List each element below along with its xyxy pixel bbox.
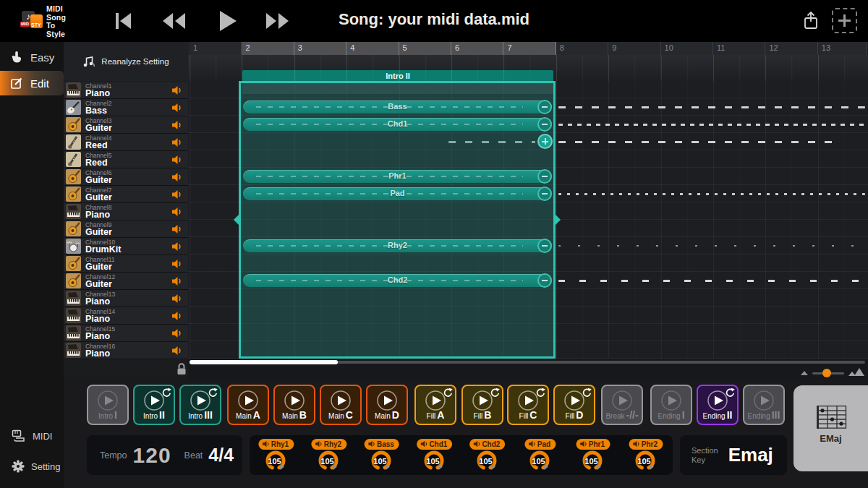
channel-row[interactable]: Channel4Reed [64, 134, 188, 151]
zoom-out-icon[interactable] [801, 371, 808, 375]
speaker-icon[interactable] [171, 346, 182, 356]
channel-row[interactable]: Channel11Guiter [64, 255, 188, 273]
volume-knob-rhy2[interactable]: 105 [318, 450, 341, 473]
tab-easy[interactable]: Easy [0, 45, 64, 69]
ruler-measure[interactable]: 6 [451, 42, 503, 55]
part-bar-bass[interactable]: Bass [243, 100, 552, 114]
tab-edit[interactable]: Edit [0, 71, 64, 95]
ruler-measure[interactable]: 10 [661, 42, 713, 55]
remove-part-button[interactable] [537, 169, 552, 184]
speaker-icon[interactable] [171, 155, 182, 165]
remove-part-button[interactable] [537, 273, 552, 288]
add-part-button[interactable] [537, 134, 553, 149]
ruler-measure[interactable]: 13 [818, 42, 867, 55]
channel-row[interactable]: Channel1Piano [64, 82, 188, 99]
reanalyze-setting-button[interactable]: Reanalyze Setting [64, 42, 188, 81]
part-mute-button-rhy1[interactable]: Rhy1 [258, 439, 294, 450]
track-row[interactable] [188, 307, 868, 324]
section-button-main-b[interactable]: MainB [273, 385, 315, 425]
section-button-ending-iii[interactable]: EndingIII [743, 385, 785, 425]
zoom-slider[interactable] [812, 372, 844, 374]
chord-panel[interactable]: EMaj [793, 385, 868, 471]
part-mute-button-rhy2[interactable]: Rhy2 [311, 439, 346, 450]
selection-left-handle[interactable] [234, 213, 240, 226]
ruler-measure[interactable]: 8 [556, 42, 608, 55]
part-mute-button-chd1[interactable]: Chd1 [417, 439, 453, 450]
speaker-icon[interactable] [171, 294, 182, 304]
section-button-ending-ii[interactable]: EndingII [697, 385, 739, 425]
add-song-button[interactable] [832, 8, 857, 33]
part-mute-button-phr1[interactable]: Phr1 [576, 439, 610, 450]
track-row[interactable] [188, 220, 868, 237]
track-row[interactable] [188, 150, 868, 168]
ruler-measure[interactable]: 3 [294, 42, 346, 55]
channel-row[interactable]: Channel6Guiter [64, 168, 188, 186]
share-button[interactable] [800, 10, 822, 32]
ruler-measure[interactable]: 11 [713, 42, 765, 55]
part-mute-button-pad[interactable]: Pad [524, 439, 556, 450]
speaker-icon[interactable] [171, 137, 182, 147]
channel-row[interactable]: Channel10DrumKit [64, 238, 188, 255]
channel-row[interactable]: Channel8Piano [64, 203, 188, 221]
channel-row[interactable]: Channel9Guiter [64, 221, 188, 238]
speaker-icon[interactable] [171, 189, 182, 200]
part-bar-phr1[interactable]: Phr1 [243, 170, 552, 183]
ruler-measure[interactable]: 9 [608, 42, 660, 55]
ruler-measure[interactable]: 2 [242, 42, 294, 55]
track-row[interactable] [188, 289, 868, 307]
sidebar-item-midi[interactable]: MIDI [0, 425, 64, 447]
fast-forward-button[interactable] [262, 9, 294, 33]
speaker-icon[interactable] [171, 120, 182, 130]
track-row[interactable] [188, 81, 868, 98]
section-button-main-c[interactable]: MainC [320, 385, 362, 425]
volume-knob-rhy1[interactable]: 105 [265, 450, 288, 473]
part-mute-button-bass[interactable]: Bass [364, 439, 399, 450]
section-button-main-d[interactable]: MainD [366, 385, 408, 425]
section-button-fill-b[interactable]: FillB [461, 385, 503, 425]
speaker-icon[interactable] [171, 207, 182, 217]
ruler-measure[interactable]: 4 [346, 42, 399, 55]
volume-knob-chd2[interactable]: 105 [476, 450, 499, 473]
part-bar-rhy2[interactable]: Rhy2 [243, 239, 552, 252]
part-mute-button-chd2[interactable]: Chd2 [469, 439, 506, 450]
channel-row[interactable]: Channel16Piano [64, 342, 188, 359]
remove-part-button[interactable] [537, 100, 552, 114]
ruler-measure[interactable]: 1 [190, 42, 242, 55]
volume-knob-phr2[interactable]: 105 [634, 450, 658, 473]
rewind-button[interactable] [158, 9, 190, 33]
speaker-icon[interactable] [171, 224, 182, 234]
section-button-break[interactable]: Break-//- [601, 385, 643, 425]
track-row[interactable] [188, 324, 868, 341]
section-button-intro-i[interactable]: IntroI [87, 385, 129, 425]
track-row[interactable] [188, 254, 868, 272]
volume-knob-chd1[interactable]: 105 [423, 450, 446, 473]
section-button-ending-i[interactable]: EndingI [650, 385, 692, 425]
speaker-icon[interactable] [171, 328, 182, 338]
channel-row[interactable]: Channel15Piano [64, 325, 188, 342]
section-button-intro-ii[interactable]: IntroII [133, 385, 175, 425]
speaker-icon[interactable] [171, 276, 182, 286]
channel-row[interactable]: Channel14Piano [64, 307, 188, 325]
channel-row[interactable]: Channel2Bass [64, 99, 188, 116]
channel-row[interactable]: Channel7Guiter [64, 186, 188, 203]
part-bar-chd1[interactable]: Chd1 [243, 118, 552, 131]
volume-knob-bass[interactable]: 105 [370, 450, 393, 473]
track-row[interactable] [188, 341, 868, 359]
part-bar-pad[interactable]: Pad [243, 187, 552, 200]
channel-row[interactable]: Channel3Guiter [64, 116, 188, 134]
speaker-icon[interactable] [171, 259, 182, 269]
speaker-icon[interactable] [171, 103, 182, 113]
section-button-fill-c[interactable]: FillC [507, 385, 549, 425]
speaker-icon[interactable] [171, 172, 182, 182]
section-button-intro-iii[interactable]: IntroIII [179, 385, 221, 425]
channel-row[interactable]: Channel12Guiter [64, 273, 188, 290]
speaker-icon[interactable] [171, 241, 182, 252]
part-mute-button-phr2[interactable]: Phr2 [629, 439, 663, 450]
channel-row[interactable]: Channel13Piano [64, 290, 188, 307]
play-button[interactable] [211, 9, 243, 33]
section-button-fill-a[interactable]: FillA [414, 385, 456, 425]
horizontal-scrollbar-thumb[interactable] [190, 360, 338, 364]
sidebar-item-setting[interactable]: Setting [0, 455, 64, 477]
zoom-in-large-icon[interactable] [854, 368, 864, 376]
ruler-measure[interactable]: 5 [399, 42, 451, 55]
